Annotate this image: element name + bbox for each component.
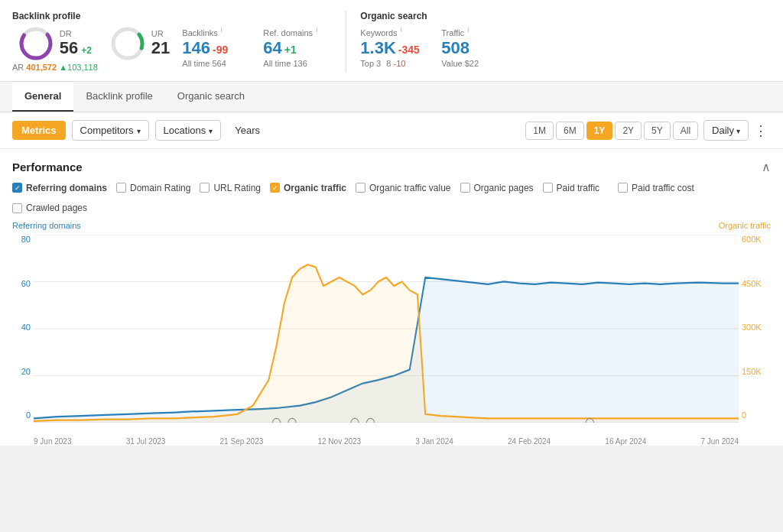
refdomains-stat: Ref. domains i 64 +1 All time 136: [263, 26, 332, 68]
daily-dropdown[interactable]: Daily: [703, 120, 749, 141]
cb-url-rating[interactable]: URL Rating: [200, 183, 261, 193]
nav-tabs: General Backlink profile Organic search: [0, 82, 783, 112]
cb-organic-pages[interactable]: Organic pages: [460, 183, 534, 193]
ar-label: AR: [12, 63, 24, 72]
dr-value: 56: [60, 38, 78, 58]
ar-row: AR 401,572 ▲103,118: [12, 63, 98, 72]
backlinks-alltime: All time 564: [182, 59, 251, 68]
keywords-label: Keywords: [360, 28, 397, 37]
axis-labels-row: Referring domains Organic traffic: [12, 218, 771, 232]
time-5y[interactable]: 5Y: [644, 122, 671, 140]
cb-organic-traffic[interactable]: Organic traffic: [270, 183, 346, 193]
tab-general[interactable]: General: [12, 82, 73, 112]
locations-dropdown[interactable]: Locations: [155, 120, 222, 141]
cb-organic-traffic-value-box[interactable]: [356, 183, 366, 193]
toolbar: Metrics Competitors Locations Years 1M 6…: [0, 112, 783, 149]
performance-section: Performance ∧ Referring domains Domain R…: [0, 149, 783, 446]
refdomains-value: 64: [263, 40, 281, 57]
keywords-top3-label: Top 3: [360, 59, 381, 68]
chart-area: 80 60 40 20 0 600K 450K 300K 150K 0: [12, 232, 771, 446]
cb-organic-traffic-box[interactable]: [270, 183, 280, 193]
dr-metric: DR 56 +2 AR 401,572 ▲103,118: [12, 26, 98, 72]
backlinks-change: -99: [213, 44, 228, 56]
axis-right-label: Organic traffic: [719, 221, 771, 230]
time-6m[interactable]: 6M: [556, 122, 584, 140]
ur-circle: [110, 26, 145, 61]
cb-domain-rating-box[interactable]: [116, 183, 126, 193]
years-button[interactable]: Years: [227, 121, 268, 140]
more-options-button[interactable]: ⋮: [751, 122, 771, 139]
cb-crawled-pages[interactable]: Crawled pages: [12, 203, 87, 213]
time-all[interactable]: All: [673, 122, 698, 140]
backlinks-value: 146: [182, 40, 210, 57]
dr-circle: [18, 26, 54, 61]
traffic-stat: Traffic i 508 Value $22: [441, 26, 510, 68]
cb-organic-pages-box[interactable]: [460, 183, 470, 193]
cb-paid-traffic-cost-box[interactable]: [618, 183, 628, 193]
cb-referring-domains[interactable]: Referring domains: [12, 183, 107, 193]
competitors-dropdown[interactable]: Competitors: [72, 120, 149, 141]
tab-organic-search[interactable]: Organic search: [165, 82, 257, 112]
backlinks-stat: Backlinks i 146 -99 All time 564: [182, 26, 251, 68]
chart-x-labels: 9 Jun 2023 31 Jul 2023 21 Sep 2023 12 No…: [34, 437, 739, 446]
stats-divider: [346, 11, 346, 72]
backlink-profile-label: Backlink profile: [12, 11, 332, 21]
refdomains-change: +1: [284, 44, 297, 56]
dr-change: +2: [81, 45, 92, 56]
time-1y[interactable]: 1Y: [586, 122, 613, 140]
backlink-profile-section: Backlink profile DR: [12, 11, 332, 72]
cb-paid-traffic-cost[interactable]: Paid traffic cost: [618, 183, 694, 193]
stats-panel: Backlink profile DR: [0, 0, 783, 82]
cb-paid-traffic-box[interactable]: [543, 183, 553, 193]
time-1m[interactable]: 1M: [525, 122, 554, 140]
chart-svg: [34, 235, 739, 423]
cb-url-rating-box[interactable]: [200, 183, 210, 193]
time-2y[interactable]: 2Y: [615, 122, 642, 140]
ar-value: 401,572: [26, 63, 57, 72]
cb-crawled-pages-box[interactable]: [12, 203, 22, 213]
traffic-value-label: Value $22: [441, 59, 510, 68]
checkboxes-row: Referring domains Domain Rating URL Rati…: [12, 182, 771, 213]
ur-metric: UR 21: [110, 26, 170, 61]
keywords-top3-val: 8: [386, 59, 391, 68]
cb-referring-domains-box[interactable]: [12, 183, 22, 193]
ur-label: UR: [151, 29, 170, 38]
tab-backlink-profile[interactable]: Backlink profile: [73, 82, 164, 112]
daily-chevron-icon: [736, 125, 740, 136]
chart-y-right: 600K 450K 300K 150K 0: [739, 232, 771, 423]
metrics-button[interactable]: Metrics: [12, 121, 66, 140]
organic-search-section: Organic search Keywords i 1.3K -345 Top …: [360, 11, 510, 68]
refdomains-alltime: All time 136: [263, 59, 332, 68]
performance-title: Performance: [12, 161, 83, 174]
collapse-button[interactable]: ∧: [762, 160, 771, 174]
keywords-stat: Keywords i 1.3K -345 Top 3 8 -10: [360, 26, 429, 68]
cb-domain-rating[interactable]: Domain Rating: [116, 183, 190, 193]
locations-chevron-icon: [209, 125, 213, 136]
backlinks-label: Backlinks: [182, 28, 217, 37]
chart-y-left: 80 60 40 20 0: [12, 232, 34, 423]
axis-left-label: Referring domains: [12, 221, 81, 230]
refdomains-label: Ref. domains: [263, 28, 313, 37]
ar-change: ▲103,118: [59, 63, 98, 72]
keywords-change: -345: [398, 44, 420, 56]
ur-value: 21: [151, 38, 170, 58]
organic-search-label: Organic search: [360, 11, 510, 21]
time-buttons-group: 1M 6M 1Y 2Y 5Y All Daily ⋮: [525, 120, 771, 141]
traffic-label: Traffic: [441, 28, 464, 37]
performance-header: Performance ∧: [12, 160, 771, 174]
keywords-value: 1.3K: [360, 40, 395, 57]
traffic-value: 508: [441, 40, 469, 57]
cb-paid-traffic[interactable]: Paid traffic: [543, 183, 599, 193]
cb-organic-traffic-value[interactable]: Organic traffic value: [356, 183, 451, 193]
competitors-chevron-icon: [137, 125, 141, 136]
dr-label: DR: [60, 29, 92, 38]
keywords-top3-change: -10: [393, 59, 405, 68]
